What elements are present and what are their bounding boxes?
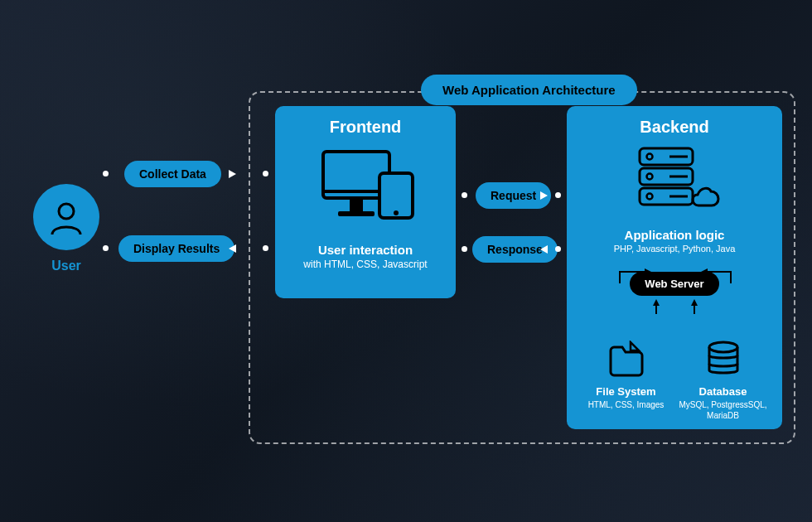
display-results-pill: Display Results: [118, 235, 234, 262]
connector-dot: [555, 246, 561, 252]
server-icon: [580, 143, 769, 221]
backend-card: Backend Application logic PHP, Javascrip…: [567, 106, 782, 429]
frontend-subtitle: User interaction: [290, 243, 441, 257]
user-icon: [33, 184, 99, 250]
collect-data-pill: Collect Data: [124, 161, 221, 187]
app-logic-tech: PHP, Javascript, Python, Java: [580, 244, 769, 254]
arrow-right-icon: [229, 170, 236, 178]
user-node: User: [25, 184, 108, 273]
backend-heading: Backend: [580, 118, 769, 137]
connector-dot: [462, 192, 467, 198]
frontend-heading: Frontend: [290, 118, 441, 137]
connector-dot: [555, 192, 561, 198]
database-label: Database: [678, 385, 768, 398]
svg-marker-17: [701, 268, 708, 275]
svg-point-20: [709, 342, 737, 352]
svg-point-11: [647, 174, 653, 180]
svg-rect-4: [338, 211, 375, 216]
svg-point-8: [647, 154, 653, 160]
arrow-left-icon: [540, 245, 548, 254]
svg-marker-16: [645, 268, 651, 275]
frontend-card: Frontend User interaction with HTML, CSS…: [275, 106, 456, 298]
app-logic-label: Application logic: [580, 228, 769, 242]
connector-dot: [462, 246, 467, 252]
database-tech: MySQL, PostgressSQL, MariaDB: [678, 399, 768, 421]
svg-point-0: [59, 204, 74, 219]
user-label: User: [25, 259, 108, 273]
svg-point-14: [647, 194, 653, 200]
filesystem-label: File System: [581, 385, 671, 398]
diagram-title: Web Application Architecture: [421, 75, 637, 105]
filesystem-node: File System HTML, CSS, Images: [581, 341, 671, 421]
connector-dot: [263, 171, 268, 176]
database-node: Database MySQL, PostgressSQL, MariaDB: [678, 341, 768, 421]
connector-dot: [103, 245, 109, 251]
svg-point-6: [394, 210, 399, 215]
filesystem-tech: HTML, CSS, Images: [581, 399, 671, 410]
svg-marker-19: [691, 299, 698, 306]
connector-dot: [103, 171, 109, 176]
arrow-right-icon: [540, 191, 548, 200]
connector-dot: [263, 245, 268, 251]
arrow-left-icon: [229, 244, 236, 253]
devices-icon: [290, 145, 441, 231]
svg-marker-18: [653, 299, 660, 306]
svg-rect-3: [350, 200, 363, 211]
database-icon: [678, 341, 768, 380]
frontend-tech: with HTML, CSS, Javascript: [290, 259, 441, 270]
folder-icon: [581, 341, 671, 380]
